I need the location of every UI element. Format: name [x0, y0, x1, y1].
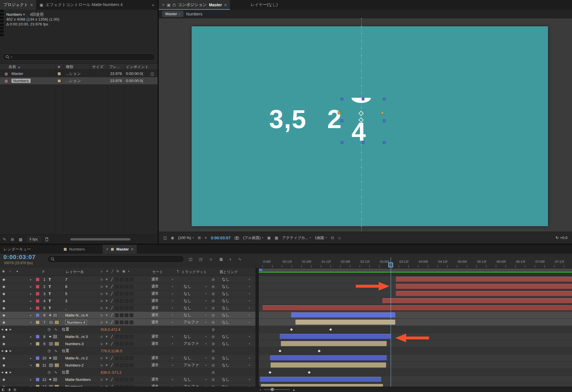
track-matte-dropdown[interactable]: アルファ▾: [180, 362, 209, 369]
motion-blur-icon[interactable]: ◐: [229, 257, 232, 261]
eye-icon[interactable]: ◉: [0, 276, 8, 283]
parent-dropdown[interactable]: なし▾: [217, 319, 254, 326]
property-value[interactable]: 638.0,-571.2: [101, 369, 122, 376]
property-label[interactable]: 位置: [62, 326, 69, 333]
work-area-start-chip[interactable]: [259, 269, 262, 271]
column-type[interactable]: 種類: [66, 64, 73, 69]
panel-menu-icon[interactable]: ≡: [30, 3, 33, 7]
layer-duration-bar[interactable]: [261, 384, 383, 387]
column-framerate[interactable]: フレ...: [109, 64, 120, 69]
layer-switches[interactable]: ☺☀╱: [100, 305, 142, 311]
layer-name[interactable]: Matte-Numbers: [65, 376, 99, 383]
label-color-chip[interactable]: [36, 299, 39, 303]
eye-icon[interactable]: ◉: [0, 383, 8, 387]
keyframe-diamond[interactable]: ◆: [318, 349, 321, 353]
flowchart-icon[interactable]: ◫: [189, 257, 192, 261]
exposure-control[interactable]: ↻+0.0: [555, 236, 567, 240]
track-matte-dropdown[interactable]: なし▾: [180, 376, 209, 383]
parent-pickwhip-icon[interactable]: ◎: [212, 283, 217, 290]
selection-handle[interactable]: [341, 141, 343, 144]
preview-timecode[interactable]: 0:00:03:07: [211, 236, 231, 240]
layer-name[interactable]: Numbers-3: [65, 340, 99, 347]
blend-mode-dropdown[interactable]: 通常▾: [144, 312, 176, 319]
blend-mode-dropdown[interactable]: 通常▾: [144, 362, 176, 369]
canvas-text-2[interactable]: 2: [327, 106, 342, 132]
label-color-chip[interactable]: [36, 363, 39, 367]
eye-icon[interactable]: ◉: [0, 297, 8, 304]
tab-project[interactable]: プロジェクト ≡: [0, 0, 36, 10]
blend-mode-dropdown[interactable]: 通常▾: [144, 297, 176, 304]
label-color-chip[interactable]: [57, 70, 61, 77]
blend-mode-dropdown[interactable]: 通常▾: [144, 355, 176, 361]
label-color-chip[interactable]: [36, 285, 39, 288]
stopwatch-icon[interactable]: ◷: [47, 369, 50, 376]
toggle-switches-icon[interactable]: ◧: [2, 388, 5, 391]
label-color-chip[interactable]: [36, 313, 39, 317]
blend-mode-dropdown[interactable]: 通常▾: [144, 383, 176, 387]
property-pickwhip-icon[interactable]: ◎: [212, 347, 217, 354]
selection-handle[interactable]: [383, 98, 386, 100]
transparency-grid-icon[interactable]: ▩: [275, 236, 278, 240]
shy-layers-icon[interactable]: ☺: [209, 257, 213, 261]
column-inpoint[interactable]: インポイント: [126, 64, 149, 69]
panel-menu-icon[interactable]: ≡: [131, 247, 133, 251]
layer-switches[interactable]: ☺☀╱: [100, 290, 142, 297]
playhead-line[interactable]: [391, 257, 391, 387]
layer-duration-bar[interactable]: [396, 291, 572, 296]
prev-keyframe-icon[interactable]: ◀: [1, 328, 3, 331]
parent-dropdown[interactable]: なし▾: [217, 383, 254, 387]
layer-name[interactable]: Matte-N...rs 3: [65, 333, 99, 340]
close-icon[interactable]: ×: [162, 3, 164, 7]
eye-icon[interactable]: ◉: [0, 362, 8, 369]
frame-blend-icon[interactable]: ▦: [219, 257, 223, 261]
parent-pickwhip-icon[interactable]: ◎: [212, 319, 217, 326]
layer-switches[interactable]: ☺☀╱: [100, 333, 142, 340]
layer-switches[interactable]: ☺☀╱: [100, 355, 142, 361]
eye-icon[interactable]: ◉: [0, 290, 8, 297]
layer-inpoint-handle[interactable]: [338, 112, 341, 114]
layer-duration-bar[interactable]: [281, 341, 387, 346]
twirl-icon[interactable]: ▸: [27, 276, 34, 283]
selection-handle[interactable]: [383, 120, 386, 122]
column-mode[interactable]: モード: [152, 270, 163, 274]
eye-icon[interactable]: ◉: [0, 305, 8, 311]
panel-menu-icon[interactable]: ≡: [224, 3, 227, 7]
label-color-chip[interactable]: [57, 77, 61, 84]
parent-dropdown[interactable]: なし▾: [217, 283, 254, 290]
parent-pickwhip-icon[interactable]: ◎: [212, 312, 217, 319]
twirl-icon[interactable]: ▸: [27, 297, 34, 304]
track-matte-dropdown[interactable]: アルファ▾: [180, 319, 209, 326]
parent-dropdown[interactable]: なし▾: [217, 333, 254, 340]
breadcrumb-master[interactable]: Master‹: [162, 11, 183, 17]
track-matte-dropdown[interactable]: なし▾: [180, 305, 209, 311]
layer-switches[interactable]: ☺☀╱: [100, 340, 142, 347]
layer-name[interactable]: Numbers-4: [65, 319, 99, 326]
tab-composition-master[interactable]: × ▣ コンポジション Master ≡: [159, 0, 230, 10]
timeline-search-input[interactable]: [47, 255, 184, 263]
reset-exposure-icon[interactable]: ↻: [555, 236, 559, 240]
layer-switches[interactable]: ☺☀╱: [100, 276, 142, 283]
layer-name[interactable]: 3: [65, 297, 99, 304]
zoom-dropdown[interactable]: (100 %)▾: [178, 236, 194, 240]
layer-name[interactable]: Matte-N...rs 2: [65, 355, 99, 361]
toggle-inout-icon[interactable]: ▥: [13, 388, 16, 391]
mask-toggle-icon[interactable]: ⌖: [205, 236, 207, 240]
layer-switches[interactable]: ☺☀╱: [100, 376, 142, 383]
twirl-icon[interactable]: ▸: [27, 333, 34, 340]
layer-duration-bar[interactable]: [382, 298, 572, 303]
eye-icon[interactable]: ◉: [0, 376, 8, 383]
blend-mode-dropdown[interactable]: 通常▾: [144, 276, 176, 283]
parent-dropdown[interactable]: なし▾: [217, 276, 254, 283]
project-row-numbers[interactable]: ▦ Numbers ...ション 23.976 0:00:00:0(: [0, 77, 158, 84]
parent-pickwhip-icon[interactable]: ◎: [212, 355, 217, 361]
track-matte-dropdown[interactable]: なし▾: [180, 355, 209, 361]
label-color-chip[interactable]: [36, 342, 39, 346]
layer-outpoint-handle[interactable]: [381, 112, 384, 114]
selection-handle[interactable]: [341, 98, 343, 100]
parent-pickwhip-icon[interactable]: ◎: [212, 305, 217, 311]
graph-icon[interactable]: ∿: [54, 369, 57, 376]
column-name[interactable]: 名前▲: [9, 64, 21, 69]
usage-icon[interactable]: ◫: [150, 70, 154, 77]
next-keyframe-icon[interactable]: ▶: [9, 371, 11, 374]
layer-name[interactable]: Matte-N...rs 4: [65, 312, 99, 319]
